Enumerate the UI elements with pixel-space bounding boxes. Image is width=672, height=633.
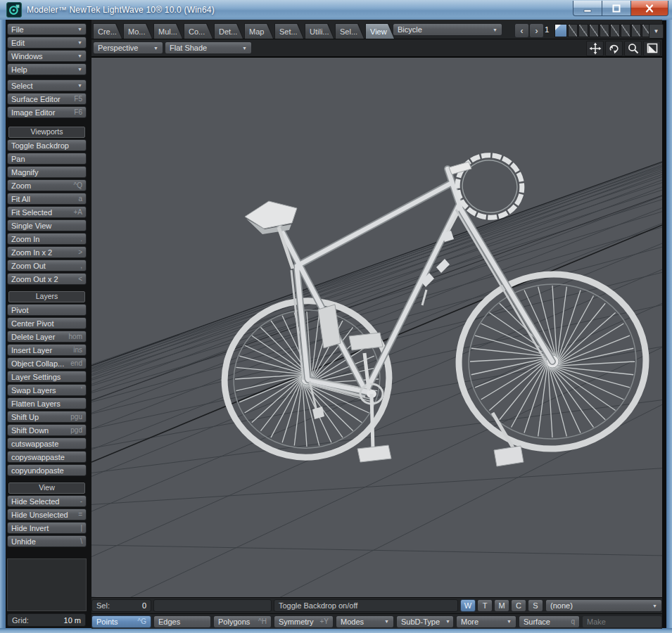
tab[interactable]: Sel...	[335, 23, 364, 39]
tab[interactable]: Map	[244, 23, 274, 39]
chevron-down-icon: ▼	[77, 51, 82, 62]
group-header-viewports: Viewports	[8, 127, 85, 138]
selection-mode-button[interactable]: Polygons ^H	[213, 615, 272, 628]
pan-icon	[588, 42, 602, 55]
main-area: Cre... Mo... Mul... Co... Det... Map Set…	[91, 20, 662, 628]
vmap-mode-button[interactable]: M	[494, 599, 509, 612]
shading-mode-selector[interactable]: Flat Shade ▼	[165, 41, 252, 54]
sidebar-menu-button[interactable]: File ▼	[7, 23, 87, 35]
sidebar-viewports-button[interactable]: Zoom Out x 2 <	[7, 273, 87, 285]
sidebar-viewports-button[interactable]: Pan	[7, 153, 87, 165]
selection-mode-bar: Points ^G Edges Polygons ^H Symmetry +Y	[91, 614, 662, 629]
sidebar-layers-button[interactable]: Shift Down pgd	[7, 424, 87, 436]
selection-mode-button[interactable]: Edges	[153, 615, 211, 628]
selection-mode-button[interactable]: More ▼	[456, 615, 516, 628]
vmap-mode-button[interactable]: C	[511, 599, 526, 612]
sidebar-viewports-button[interactable]: Magnify	[7, 166, 87, 178]
layer-cell[interactable]	[578, 24, 588, 37]
sidebar-viewports-button[interactable]: Single View	[7, 219, 87, 231]
tab[interactable]: Co...	[184, 23, 213, 39]
app-icon[interactable]: M	[6, 2, 22, 18]
sidebar-layers-button[interactable]: Shift Up pgu	[7, 411, 87, 423]
sidebar-view-button[interactable]: Hide Selected -	[7, 495, 87, 507]
layer-hatch	[600, 25, 609, 37]
sidebar-view-button[interactable]: Hide Invert |	[7, 522, 87, 534]
tab[interactable]: View	[365, 23, 395, 39]
tab[interactable]: Set...	[274, 23, 304, 39]
layer-hatch	[621, 25, 630, 37]
view-type-selector[interactable]: Perspective ▼	[93, 41, 163, 54]
sidebar-tool-button[interactable]: Image Editor F6	[7, 106, 87, 118]
sidebar-layers-button[interactable]: Center Pivot	[7, 317, 87, 329]
sidebar-layers-button[interactable]: copyundopaste	[7, 464, 87, 476]
vmap-mode-button[interactable]: W	[460, 599, 476, 612]
layer-cell[interactable]	[589, 24, 599, 37]
tab[interactable]: Det...	[214, 23, 243, 39]
sidebar-tool-button[interactable]: Surface Editor F5	[7, 93, 87, 105]
selection-mode-button[interactable]: Surface q	[519, 615, 580, 628]
maximize-viewport-button[interactable]	[643, 41, 661, 56]
minimize-icon	[582, 4, 593, 13]
sidebar-menu-button[interactable]: Edit ▼	[7, 37, 87, 49]
layer-cell[interactable]	[554, 24, 567, 37]
sidebar-layers-button[interactable]: Insert Layer ins	[7, 344, 87, 356]
sidebar-layers-button[interactable]: Object Collap... end	[7, 357, 87, 369]
sidebar-viewports-button[interactable]: Zoom ^Q	[7, 179, 87, 191]
maximize-icon	[611, 4, 622, 13]
sidebar-layers-button[interactable]: cutswappaste	[7, 437, 87, 449]
pan-view-button[interactable]	[586, 41, 604, 56]
chevron-down-icon: ▼	[381, 619, 389, 624]
sidebar-viewports-button[interactable]: Zoom In .	[7, 233, 87, 245]
layer-cell[interactable]	[631, 24, 641, 37]
vmap-mode-button[interactable]: S	[528, 599, 543, 612]
layer-bank-dropdown[interactable]: ▼	[649, 24, 664, 39]
layer-cell[interactable]	[610, 24, 620, 37]
zoom-view-button[interactable]	[624, 41, 642, 56]
selection-mode-button[interactable]: Modes ▼	[336, 615, 394, 628]
layer-cell[interactable]	[568, 24, 578, 37]
layer-cell[interactable]	[600, 24, 609, 37]
sidebar-layers-button[interactable]: copyswappaste	[7, 451, 87, 463]
object-selector[interactable]: Bicycle ▼	[393, 23, 502, 36]
sidebar-tool-button[interactable]: Select ▼	[7, 79, 87, 91]
tab[interactable]: Mul...	[153, 23, 183, 39]
selection-mode-button[interactable]: Points ^G	[91, 615, 151, 628]
sidebar-layers-button[interactable]: Pivot	[7, 304, 87, 316]
maximize-button[interactable]	[602, 1, 630, 16]
rotate-view-button[interactable]	[605, 41, 623, 56]
vmap-mode-button[interactable]: T	[477, 599, 493, 612]
sidebar-viewports-button[interactable]: Toggle Backdrop	[7, 139, 87, 151]
layer-hatch	[579, 25, 588, 37]
layer-hatch	[611, 25, 619, 37]
grid-size-value: 10 m	[64, 616, 81, 625]
sidebar-view-button[interactable]: Hide Unselected =	[7, 509, 87, 520]
sidebar-info-panel	[7, 558, 87, 611]
sidebar-viewports-button[interactable]: Fit Selected +A	[7, 206, 87, 218]
tab[interactable]: Cre...	[93, 23, 122, 39]
minimize-button[interactable]	[573, 1, 602, 16]
selection-mode-button[interactable]: Symmetry +Y	[274, 615, 334, 628]
sidebar-layers-button[interactable]: Layer Settings	[7, 371, 87, 383]
sidebar-viewports-button[interactable]: Fit All a	[7, 193, 87, 205]
sidebar-view-button[interactable]: Unhide \	[7, 535, 87, 547]
sidebar-menu-button[interactable]: Windows ▼	[7, 50, 87, 62]
vmap-selector[interactable]: (none) ▼	[545, 599, 662, 612]
next-layer-button[interactable]: ›	[529, 23, 544, 38]
sidebar-viewports-button[interactable]: Zoom In x 2 >	[7, 246, 87, 258]
sidebar-menu-button[interactable]: Help ▼	[7, 63, 87, 75]
layer-cell[interactable]	[621, 24, 630, 37]
sidebar-layers-button[interactable]: Swap Layers '	[7, 384, 87, 396]
selection-mode-button[interactable]: SubD-Type ▼	[396, 615, 454, 628]
sidebar-layers-button[interactable]: Flatten Layers	[7, 397, 87, 409]
prev-layer-button[interactable]: ‹	[514, 23, 529, 38]
status-empty-box	[153, 599, 272, 612]
sidebar: File ▼ Edit ▼ Windows ▼ Help ▼ Select ▼	[6, 20, 91, 628]
sidebar-viewports-button[interactable]: Zoom Out ,	[7, 260, 87, 271]
sidebar-layers-button[interactable]: Delete Layer hom	[7, 331, 87, 343]
tab[interactable]: Mo...	[123, 23, 153, 39]
viewport-canvas[interactable]	[91, 57, 662, 597]
close-button[interactable]	[630, 1, 668, 16]
tab[interactable]: Utili...	[305, 23, 334, 39]
tool-hint-display: Toggle Backdrop on/off	[274, 599, 458, 612]
selection-mode-button[interactable]: Make	[582, 615, 662, 628]
